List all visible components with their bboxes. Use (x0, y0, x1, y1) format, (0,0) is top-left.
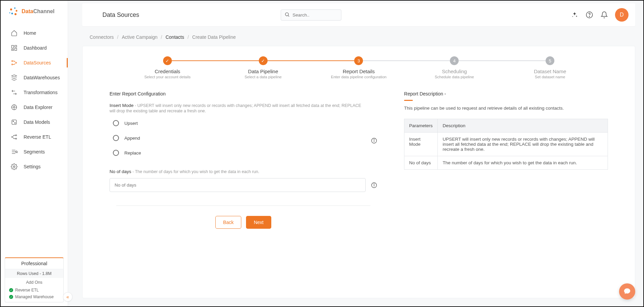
sidebar-item-label: Transformations (24, 90, 58, 95)
step-sub: Schedule data pipeline (435, 75, 474, 79)
sidebar-item-label: Dashboard (24, 45, 47, 51)
sidebar-item-home[interactable]: Home (1, 26, 68, 40)
dashboard-icon (11, 45, 18, 51)
home-icon (11, 30, 18, 36)
svg-point-33 (374, 139, 374, 140)
step-credentials[interactable]: ✓ Credentials Select your account detail… (120, 56, 215, 79)
step-line (359, 60, 454, 61)
search-input-wrap[interactable] (281, 9, 341, 21)
svg-point-0 (10, 8, 12, 10)
step-line (263, 60, 359, 61)
logo[interactable]: DataChannel (1, 1, 68, 24)
breadcrumb: Connectors / Active Campaign / Contacts … (68, 28, 643, 46)
divider (116, 205, 370, 206)
step-sub: Select your account details (144, 75, 190, 79)
param-cell: Insert Mode (404, 133, 438, 156)
insert-mode-label: Insert Mode (110, 103, 133, 108)
sidebar-item-label: DataSources (24, 60, 51, 65)
breadcrumb-current: Create Data Pipeline (192, 34, 236, 40)
radio-replace[interactable]: Replace (113, 150, 366, 156)
back-button[interactable]: Back (215, 216, 241, 229)
search-input[interactable] (293, 12, 338, 18)
help-icon[interactable] (585, 11, 593, 19)
radio-icon (113, 120, 119, 126)
plan-addon-item: ✓Managed Warehouse (5, 294, 63, 302)
breadcrumb-contacts[interactable]: Contacts (165, 34, 184, 40)
svg-point-1 (14, 7, 16, 9)
svg-point-27 (285, 12, 288, 16)
radio-icon (113, 135, 119, 141)
form-column: Enter Report Configuration Insert Mode -… (110, 91, 377, 229)
topbar: Data Sources D (82, 3, 635, 26)
logo-mark-icon (8, 6, 19, 17)
step-title: Data Pipeline (248, 68, 278, 74)
info-icon[interactable] (371, 182, 377, 188)
section-title: Enter Report Configuration (110, 91, 377, 96)
step-scheduling[interactable]: 4 Scheduling Schedule data pipeline (406, 56, 502, 79)
dataexplorer-icon (11, 104, 18, 111)
step-title: Scheduling (442, 68, 467, 74)
svg-point-26 (13, 166, 15, 168)
step-sub: Set dataset name (535, 75, 565, 79)
sidebar-item-settings[interactable]: Settings (1, 159, 68, 174)
step-line (454, 60, 550, 61)
svg-point-16 (13, 121, 14, 122)
step-line (167, 60, 263, 61)
nav: Home Dashboard DataSources DataWarehouse… (1, 24, 68, 176)
step-title: Dataset Name (534, 68, 566, 74)
days-input[interactable] (110, 178, 366, 192)
radio-upsert[interactable]: Upsert (113, 120, 366, 126)
sidebar-item-label: Data Explorer (24, 105, 53, 110)
step-check-icon: ✓ (163, 56, 172, 65)
svg-line-25 (17, 152, 18, 153)
logo-text: DataChannel (22, 8, 55, 15)
sidebar-item-transformations[interactable]: Transformations (1, 85, 68, 100)
svg-rect-9 (12, 49, 14, 50)
svg-point-3 (11, 13, 13, 15)
breadcrumb-sep: / (161, 34, 162, 40)
sidebar-item-segments[interactable]: Segments (1, 144, 68, 159)
sidebar-item-label: Segments (24, 149, 45, 155)
plan-title: Professional (5, 258, 63, 269)
plan-addon-item: ✓Reverse ETL (5, 287, 63, 294)
sidebar-item-datamodels[interactable]: Data Models (1, 115, 68, 130)
step-dataset-name[interactable]: 5 Dataset Name Set dataset name (502, 56, 598, 79)
insert-mode-radio-group: Upsert Append Replace (113, 120, 366, 156)
transformations-icon (11, 89, 18, 96)
svg-point-20 (12, 136, 13, 137)
svg-point-10 (12, 60, 13, 61)
bell-icon[interactable] (600, 11, 608, 19)
chat-fab[interactable] (619, 283, 635, 300)
stepper: ✓ Credentials Select your account detail… (120, 56, 598, 79)
datasources-icon (11, 59, 18, 66)
breadcrumb-connectors[interactable]: Connectors (90, 34, 114, 40)
breadcrumb-active-campaign[interactable]: Active Campaign (122, 34, 157, 40)
sidebar-item-dataexplorer[interactable]: Data Explorer (1, 100, 68, 115)
next-button[interactable]: Next (246, 216, 271, 229)
sidebar-item-label: Reverse ETL (24, 134, 51, 140)
report-description-column: Report Description - This pipeline can b… (404, 91, 608, 170)
param-table: Parameters Description Insert Mode UPSER… (404, 119, 608, 170)
sidebar-item-label: Home (24, 30, 36, 36)
info-icon[interactable] (371, 138, 377, 144)
param-cell: No of days (404, 156, 438, 170)
avatar[interactable]: D (615, 8, 628, 22)
svg-rect-6 (12, 46, 14, 48)
sidebar-item-reverseetl[interactable]: Reverse ETL (1, 130, 68, 144)
step-data-pipeline[interactable]: ✓ Data Pipeline Select a data pipeline (215, 56, 311, 79)
sidebar-item-dashboard[interactable]: Dashboard (1, 40, 68, 55)
svg-point-11 (12, 64, 13, 65)
svg-point-4 (14, 13, 17, 15)
breadcrumb-sep: / (187, 34, 189, 40)
radio-append[interactable]: Append (113, 135, 366, 141)
sidebar-item-datawarehouses[interactable]: DataWarehouses (1, 70, 68, 85)
sidebar-collapse-button[interactable]: « (63, 292, 72, 302)
step-report-details[interactable]: 3 Report Details Enter data pipeline con… (311, 56, 407, 79)
desc-cell: UPSERT will insert only new records or r… (438, 133, 608, 156)
sidebar-item-datasources[interactable]: DataSources (1, 55, 68, 70)
insert-mode-field: Insert Mode - UPSERT will insert only ne… (110, 103, 377, 165)
svg-rect-8 (15, 48, 17, 51)
sparkle-icon[interactable] (571, 11, 579, 19)
settings-icon (11, 163, 18, 170)
chevrons-left-icon: « (66, 294, 69, 300)
